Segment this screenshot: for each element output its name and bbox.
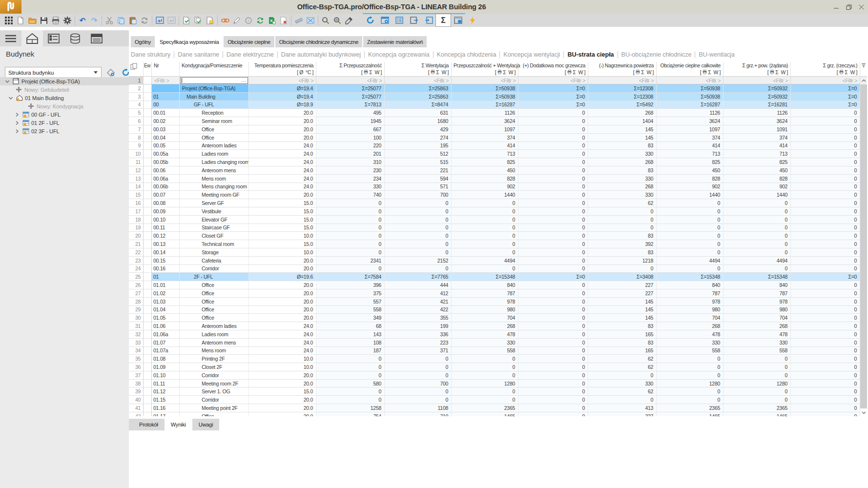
table-row-41[interactable]: 4101.16Meeting point 2F20.01258110823650…	[129, 404, 867, 412]
table-row-17[interactable]: 1700.09Vestibule15.000000000	[129, 207, 867, 216]
filter-v7[interactable]: <Filtr >	[791, 77, 860, 84]
column-filter-button[interactable]	[860, 62, 867, 77]
column-header-v4[interactable]: (-) Nagrzewnica powietrza[ Σ W ]	[588, 62, 657, 77]
subtab-dane-automatyki-budynkowej[interactable]: Dane automatyki budynkowej	[278, 51, 365, 58]
tab-og-lny[interactable]: Ogólny	[131, 36, 155, 47]
filter-v0[interactable]: <Filtr >	[316, 77, 385, 84]
bottom-tab-uwagi[interactable]: Uwagi	[192, 419, 220, 430]
calc-document-icon[interactable]	[204, 14, 216, 26]
table-row-36[interactable]: 3601.09Closet 2F10.0000062000	[129, 363, 867, 371]
filter-v6[interactable]: <Filtr >	[723, 77, 791, 84]
filter-v1[interactable]: <Filtr >	[385, 77, 452, 84]
picker-icon[interactable]	[343, 14, 355, 26]
export-excel-icon[interactable]: X	[266, 14, 278, 26]
bottom-tab-protokół[interactable]: Protokół	[133, 419, 165, 430]
tab-obci-enie-cieplne[interactable]: Obciążenie cieplne	[224, 36, 274, 47]
tree-item[interactable]: 01 Main Building	[0, 94, 129, 102]
window-settings-icon[interactable]	[377, 14, 392, 26]
subtab-bu-obci-enie-ch-odnicze[interactable]: BU-obciążenie chłodnicze	[618, 51, 696, 58]
window-dot-icon[interactable]	[451, 14, 465, 26]
table-row-29[interactable]: 2901.04Office20.055842298001459809800	[129, 306, 867, 314]
export-window-icon[interactable]	[407, 14, 421, 26]
tree-item[interactable]: 02 3F - UFL	[0, 127, 129, 135]
subtab-dane-struktury[interactable]: Dane struktury	[131, 51, 174, 58]
table-row-30[interactable]: 3001.05Office20.034935570401457047040	[129, 314, 867, 322]
table-row-22[interactable]: 2200.14Storage10.0000083000	[129, 248, 867, 257]
open-folder-icon[interactable]	[26, 14, 38, 26]
table-row-14[interactable]: 1400.06bMens changing room24.03305719020…	[129, 183, 867, 191]
subtab-bu-wentlacja[interactable]: BU-wentlacja	[695, 51, 738, 58]
table-row-11[interactable]: 1100.05bLadies changing room24.031051582…	[129, 158, 867, 166]
tree-item[interactable]: 00 GF - UFL	[0, 110, 129, 119]
filter-v3[interactable]: <Filtr >	[518, 77, 588, 84]
paste-icon[interactable]	[127, 14, 139, 26]
table-row-2[interactable]: 2Projekt (Office-Bsp-TGA)Ø=19.4Σ=25077Σ=…	[129, 84, 867, 93]
table-row-18[interactable]: 1800.10Elevator GF15.000000000	[129, 216, 867, 224]
print-icon[interactable]	[50, 14, 62, 26]
sidebar-tab-building[interactable]	[21, 30, 43, 46]
table-row-13[interactable]: 1300.06aMens room24.02345948280330828828…	[129, 175, 867, 183]
column-header-ew[interactable]: Ew	[144, 62, 152, 77]
tree-item[interactable]: Nowy: Gebäudeteil	[0, 85, 129, 94]
sidebar-tab-database[interactable]	[64, 30, 86, 46]
save-icon[interactable]	[38, 14, 50, 26]
table-row-33[interactable]: 3301.07Anteroom mens24.01082233300833303…	[129, 339, 867, 347]
chevron-down-icon[interactable]	[8, 96, 13, 101]
link-icon[interactable]	[219, 14, 231, 26]
table-row-40[interactable]: 4001.15Corridor20.000000000	[129, 396, 867, 404]
tab-zestawienie-materia-w-[interactable]: Zestawienie materiałówń	[363, 36, 427, 47]
subtab-koncepcja-wentylacji[interactable]: Koncepcja wentylacji	[500, 51, 564, 58]
subtab-koncepcja-ch-odzenia[interactable]: Koncepcja chłodzenia	[434, 51, 500, 58]
chevron-right-icon[interactable]	[15, 121, 20, 125]
no-measure-icon[interactable]	[305, 14, 316, 26]
table-row-7[interactable]: 700.03Office20.066742910970145109710910	[129, 125, 867, 134]
table-row-38[interactable]: 3801.11Meeting room 2F20.058070012800330…	[129, 380, 867, 388]
search-icon[interactable]	[320, 14, 331, 26]
column-header-v6[interactable]: Σ grz.+ pow. (żądana)[ Σ W ]	[723, 62, 791, 77]
table-row-24[interactable]: 2400.16Corridor20.000000000	[129, 265, 867, 273]
scroll-up-icon[interactable]	[860, 77, 867, 84]
scroll-down-icon[interactable]	[860, 409, 867, 416]
subtab-koncepcja-ogrzewania[interactable]: Koncepcja ogrzewania	[365, 51, 434, 58]
chevron-right-icon[interactable]	[15, 112, 20, 117]
table-row-5[interactable]: 500.01Reception20.0495631112602681126112…	[129, 109, 867, 117]
table-row-25[interactable]: 25012F - UFLØ=19.6Σ=7584Σ=7765Σ=15348Σ=0…	[129, 273, 867, 281]
filter-row-number[interactable]: 1	[129, 77, 144, 84]
table-row-4[interactable]: 400GF - UFLØ=18.9Σ=7813Σ=8474Σ=16287Σ=0Σ…	[129, 101, 867, 109]
table-row-28[interactable]: 2801.03Office20.055742197801459789780	[129, 298, 867, 306]
tag-settings-icon[interactable]	[105, 67, 116, 78]
swap-icon[interactable]	[139, 14, 150, 26]
filter-name-input[interactable]: ...	[180, 77, 249, 84]
filter-v4[interactable]: <Filtr >	[588, 77, 657, 84]
minimize-icon[interactable]	[834, 4, 839, 10]
table-row-26[interactable]: 2601.01Office20.039644484002278408400	[129, 281, 867, 289]
measure-icon[interactable]	[293, 14, 305, 26]
quick-calc-icon[interactable]	[467, 14, 478, 26]
refresh-icon[interactable]	[363, 14, 377, 26]
window-forward-icon[interactable]	[165, 14, 177, 26]
check-documents-icon[interactable]	[192, 14, 204, 26]
subtab-dane-sanitarne[interactable]: Dane sanitarne	[174, 51, 223, 58]
column-header-v0[interactable]: Σ Przepuszczalność[ Σ W ]	[316, 62, 385, 77]
table-row-39[interactable]: 3901.12Server 1. OG15.0000062000	[129, 387, 867, 396]
column-header-temp[interactable]: Temperatura pomieszczenia[ Ø °C ]	[249, 62, 316, 77]
column-header-v2[interactable]: Przepuszczalność + Wentylacja[ Σ W ]	[452, 62, 518, 77]
cut-icon[interactable]	[103, 14, 115, 26]
copy-icon[interactable]	[115, 14, 127, 26]
settings-icon[interactable]	[62, 14, 73, 26]
table-row-31[interactable]: 3101.06Anteroom ladies24.068199268083268…	[129, 322, 867, 330]
redo-icon[interactable]: ↷	[88, 14, 100, 26]
copy-table-icon[interactable]	[129, 62, 144, 77]
window-back-icon[interactable]	[154, 14, 165, 26]
table-row-10[interactable]: 1000.05aLadies room24.020151271303307137…	[129, 150, 867, 158]
sum-icon[interactable]: Σ	[436, 14, 451, 26]
edit-pencil-icon[interactable]	[231, 14, 243, 26]
column-header-v3[interactable]: (+) Dodatkowa moc grzewcza[ Σ W ]	[518, 62, 588, 77]
table-row-32[interactable]: 3201.06aLadies room24.014333647801654784…	[129, 330, 867, 339]
bottom-tab-wyniki[interactable]: Wyniki	[165, 419, 192, 430]
search-advanced-icon[interactable]	[331, 14, 343, 26]
tab-obci-enie-ch-odnicze-dynamiczne[interactable]: Obciążenie chłodnicze dynamiczne	[275, 36, 362, 47]
tree-item[interactable]: Projekt (Office-Bsp-TGA)	[0, 77, 129, 85]
table-row-12[interactable]: 1200.06Anteroom mens24.02302214500834504…	[129, 166, 867, 175]
scrollbar-thumb[interactable]	[860, 84, 867, 408]
